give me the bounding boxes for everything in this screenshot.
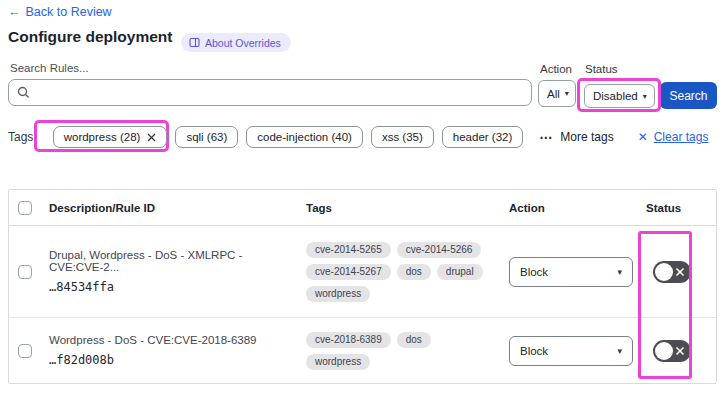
chevron-down-icon: ▾ — [565, 89, 569, 98]
status-toggle-off[interactable] — [653, 340, 691, 362]
more-tags-button[interactable]: ⋯ More tags — [539, 130, 613, 145]
search-icon — [17, 86, 30, 99]
column-header-description[interactable]: Description/Rule ID — [49, 202, 299, 214]
back-to-review-link[interactable]: ← Back to Review — [8, 5, 112, 19]
tag-pill-xss[interactable]: xss (35) — [371, 126, 434, 148]
remove-tag-icon[interactable] — [147, 133, 156, 142]
tag-pill-label: wordpress (28) — [64, 131, 141, 143]
more-tags-label: More tags — [560, 130, 613, 144]
table-row: Wordpress - DoS - CVE:CVE-2018-6389 …f82… — [9, 318, 716, 383]
tag-pill-header[interactable]: header (32) — [442, 126, 523, 148]
rule-tag-chip: cve-2014-5267 — [306, 264, 391, 280]
select-all-checkbox[interactable] — [18, 201, 32, 215]
rule-tag-chip: dos — [397, 332, 431, 348]
configure-deployment-page: ← Back to Review Configure deployment Ab… — [0, 0, 725, 406]
toggle-knob — [655, 342, 673, 360]
clear-x-icon: ✕ — [638, 130, 648, 144]
status-filter-value: Disabled — [593, 90, 638, 102]
search-rules-box[interactable] — [8, 79, 532, 106]
tag-pill-label: header (32) — [453, 131, 512, 143]
rule-tag-chip: dos — [397, 264, 431, 280]
rule-id: …f82d008b — [49, 353, 299, 367]
toggle-x-icon — [675, 267, 685, 277]
back-arrow-icon: ← — [8, 5, 21, 19]
table-row: Drupal, Wordpress - DoS - XMLRPC - CVE:C… — [9, 226, 716, 318]
clear-tags-label: Clear tags — [654, 130, 709, 144]
about-overrides-label: About Overrides — [205, 37, 281, 49]
chevron-down-icon: ▾ — [617, 267, 622, 277]
back-link-label: Back to Review — [26, 5, 112, 19]
action-select-value: Block — [520, 345, 548, 357]
rule-tags: cve-2018-6389 dos wordpress — [306, 332, 496, 370]
action-select[interactable]: Block ▾ — [509, 257, 633, 287]
rule-tag-chip: drupal — [437, 264, 483, 280]
search-rules-input[interactable] — [36, 86, 523, 100]
chevron-down-icon: ▾ — [643, 92, 647, 101]
action-select-value: Block — [520, 266, 548, 278]
row-checkbox[interactable] — [18, 265, 32, 279]
tag-pill-code-injection[interactable]: code-injection (40) — [246, 126, 363, 148]
chevron-down-icon: ▾ — [617, 346, 622, 356]
rule-tag-chip: cve-2014-5265 — [306, 242, 391, 258]
table-header-row: Description/Rule ID Tags Action Status — [9, 190, 716, 226]
status-filter-label: Status — [585, 63, 618, 75]
action-filter-dropdown[interactable]: All ▾ — [538, 80, 576, 107]
tag-pill-wordpress[interactable]: wordpress (28) — [53, 126, 168, 148]
column-header-status[interactable]: Status — [639, 202, 716, 214]
search-button[interactable]: Search — [660, 82, 717, 109]
rule-tag-chip: wordpress — [306, 354, 370, 370]
status-toggle-off[interactable] — [653, 261, 691, 283]
tag-pill-label: sqli (63) — [186, 131, 227, 143]
tag-pill-sqli[interactable]: sqli (63) — [175, 126, 238, 148]
rules-table: Description/Rule ID Tags Action Status D… — [8, 189, 717, 384]
tag-pill-label: code-injection (40) — [257, 131, 352, 143]
page-title: Configure deployment — [8, 28, 172, 46]
rule-id: …84534ffa — [49, 280, 299, 294]
status-filter-dropdown[interactable]: Disabled ▾ — [584, 84, 655, 108]
tags-label: Tags: — [8, 130, 37, 144]
ellipsis-icon: ⋯ — [539, 130, 553, 145]
about-overrides-badge[interactable]: About Overrides — [181, 33, 291, 52]
tag-pill-label: xss (35) — [382, 131, 423, 143]
rule-tag-chip: cve-2018-6389 — [306, 332, 391, 348]
toggle-knob — [655, 263, 673, 281]
action-filter-label: Action — [540, 63, 572, 75]
rule-tag-chip: cve-2014-5266 — [397, 242, 482, 258]
book-icon — [189, 37, 200, 48]
action-select[interactable]: Block ▾ — [509, 336, 633, 366]
rule-description: Wordpress - DoS - CVE:CVE-2018-6389 — [49, 334, 299, 346]
toggle-x-icon — [675, 346, 685, 356]
clear-tags-link[interactable]: ✕ Clear tags — [638, 130, 709, 144]
tags-filter-bar: Tags: wordpress (28) sqli (63) code-inje… — [8, 122, 708, 152]
action-filter-value: All — [547, 88, 560, 100]
column-header-tags[interactable]: Tags — [299, 202, 499, 214]
rule-tags: cve-2014-5265 cve-2014-5266 cve-2014-526… — [306, 242, 496, 302]
row-checkbox[interactable] — [18, 344, 32, 358]
search-rules-label: Search Rules... — [10, 62, 89, 74]
rule-description: Drupal, Wordpress - DoS - XMLRPC - CVE:C… — [49, 249, 299, 273]
column-header-action[interactable]: Action — [499, 202, 639, 214]
rule-tag-chip: wordpress — [306, 286, 370, 302]
